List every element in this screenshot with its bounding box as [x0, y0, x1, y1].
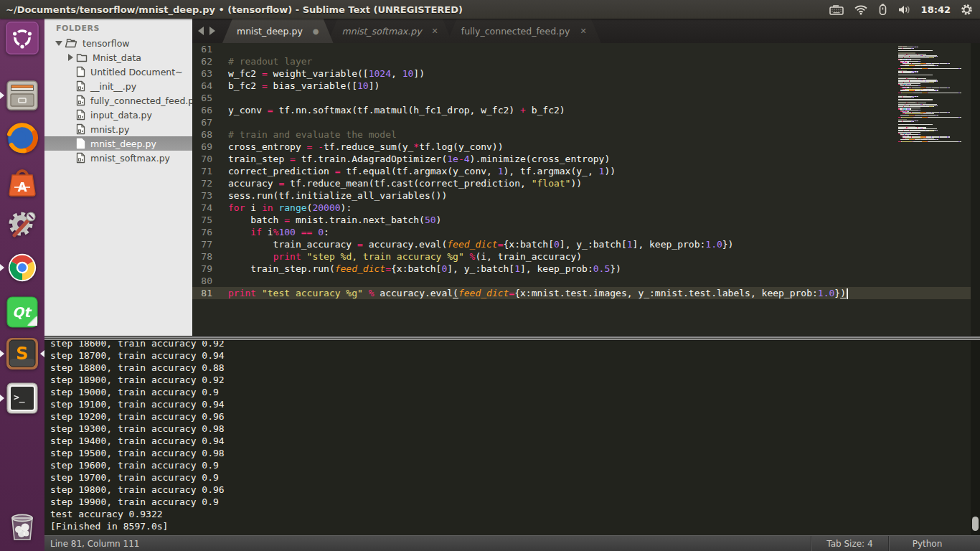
tab-next-icon[interactable]	[209, 27, 215, 35]
dash-home-icon[interactable]	[6, 22, 39, 55]
chromium-icon[interactable]	[6, 251, 39, 284]
volume-icon[interactable]	[897, 4, 911, 15]
software-center-icon[interactable]: A	[6, 165, 39, 198]
tab-close-icon[interactable]: ✕	[580, 27, 586, 36]
tree-item-mnist-data[interactable]: Mnist_data	[44, 50, 192, 65]
editor-vertical-scrollbar[interactable]	[971, 43, 980, 336]
line-number: 70	[192, 153, 220, 165]
tree-item-mnist-py[interactable]: mnist.py	[44, 122, 192, 136]
tree-item-untitled-document-[interactable]: Untitled Document~	[44, 65, 192, 79]
output-line: step 19500, train accuracy 0.98	[50, 447, 980, 459]
tab-label: mnist_softmax.py	[342, 26, 422, 37]
code-line-77[interactable]: 77 train_accuracy = accuracy.eval(feed_d…	[192, 238, 980, 250]
code-line-62[interactable]: 62# readout layer	[192, 55, 980, 67]
code-line-75[interactable]: 75 batch = mnist.train.next_batch(50)	[192, 214, 980, 226]
tree-item-tensorflow[interactable]: tensorflow	[44, 36, 192, 50]
build-output-text: step 18600, train accuracy 0.92step 1870…	[44, 341, 980, 532]
tab-label: mnist_deep.py	[237, 26, 303, 37]
code-line-80[interactable]: 80	[192, 275, 980, 287]
tab-mnist-deep-py[interactable]: mnist_deep.py●	[222, 19, 334, 43]
clock[interactable]: 18:42	[921, 4, 951, 15]
output-line: step 19000, train accuracy 0.9	[50, 386, 980, 398]
line-number: 74	[192, 202, 220, 214]
output-line: [Finished in 8597.0s]	[50, 520, 980, 532]
code-line-63[interactable]: 63w_fc2 = weight_variable([1024, 10])	[192, 67, 980, 80]
file-py-icon	[76, 95, 85, 106]
tree-item-fully-connected-feed-py[interactable]: fully_connected_feed.py	[44, 93, 192, 108]
line-number: 64	[192, 80, 220, 92]
line-number: 76	[192, 226, 220, 238]
terminal-icon[interactable]: >_	[6, 382, 39, 415]
tab-prev-icon[interactable]	[198, 27, 204, 35]
tab-size-selector[interactable]: Tab Size: 4	[811, 536, 888, 551]
gear-icon[interactable]	[961, 4, 973, 16]
panel-divider[interactable]	[44, 336, 980, 341]
line-number: 62	[192, 55, 220, 67]
battery-icon[interactable]	[878, 4, 887, 15]
keyboard-icon[interactable]	[829, 4, 844, 15]
folder-tree: tensorflowMnist_dataUntitled Document~__…	[44, 36, 192, 165]
code-text: batch = mnist.train.next_batch(50)	[220, 214, 441, 226]
output-scrollbar-track[interactable]	[971, 341, 980, 535]
code-text: correct_prediction = tf.equal(tf.argmax(…	[220, 165, 616, 177]
syntax-selector[interactable]: Python	[888, 536, 966, 551]
code-line-66[interactable]: 66y_conv = tf.nn.softmax(tf.matmul(h_fc1…	[192, 104, 980, 116]
code-line-78[interactable]: 78 print "step %d, train accuracy %g" %(…	[192, 250, 980, 263]
tree-item-mnist-deep-py[interactable]: mnist_deep.py	[44, 136, 192, 151]
code-line-73[interactable]: 73sess.run(tf.initialize_all_variables()…	[192, 189, 980, 202]
code-text	[220, 43, 228, 55]
code-line-70[interactable]: 70train_step = tf.train.AdagradOptimizer…	[192, 153, 980, 165]
code-editor[interactable]: 6162# readout layer63w_fc2 = weight_vari…	[192, 43, 980, 336]
code-line-74[interactable]: 74for i in range(20000):	[192, 202, 980, 214]
svg-text:Qt: Qt	[12, 304, 32, 320]
file-py-icon	[76, 138, 85, 149]
line-number: 61	[192, 43, 220, 55]
code-line-69[interactable]: 69cross_entropy = -tf.reduce_sum(y_*tf.l…	[192, 141, 980, 153]
code-text	[220, 275, 228, 287]
output-scrollbar-thumb[interactable]	[972, 517, 979, 531]
tab-dirty-icon: ●	[313, 27, 319, 35]
tab-close-icon[interactable]: ✕	[432, 27, 438, 36]
chromium-running-arrow	[0, 264, 4, 271]
tree-item--init-py[interactable]: __init__.py	[44, 79, 192, 93]
system-settings-icon[interactable]	[6, 208, 39, 241]
file-py-icon	[76, 123, 85, 135]
tree-item-label: mnist.py	[90, 124, 129, 135]
code-line-72[interactable]: 72accuracy = tf.reduce_mean(tf.cast(corr…	[192, 177, 980, 189]
tree-item-label: input_data.py	[90, 110, 152, 121]
tree-item-label: tensorflow	[83, 38, 130, 49]
folder-icon	[76, 53, 88, 62]
code-text: train_step = tf.train.AdagradOptimizer(1…	[220, 153, 610, 165]
build-output-panel: step 18600, train accuracy 0.92step 1870…	[44, 341, 980, 535]
trash-icon[interactable]	[6, 509, 39, 542]
tab-fully-connected-feed-py[interactable]: fully_connected_feed.py✕	[447, 19, 601, 43]
tree-item-mnist-softmax-py[interactable]: mnist_softmax.py	[44, 151, 192, 165]
tab-mnist-softmax-py[interactable]: mnist_softmax.py✕	[328, 19, 453, 43]
code-text: sess.run(tf.initialize_all_variables())	[220, 189, 447, 202]
code-line-65[interactable]: 65	[192, 92, 980, 104]
output-line: step 19200, train accuracy 0.96	[50, 410, 980, 423]
minimap[interactable]	[898, 44, 970, 152]
desktop: ~/Documents/tensorflow/mnist_deep.py • (…	[0, 0, 980, 551]
tree-item-input-data-py[interactable]: input_data.py	[44, 108, 192, 122]
output-line: step 18700, train accuracy 0.94	[50, 349, 980, 362]
wifi-icon[interactable]	[854, 4, 868, 15]
tree-item-label: Untitled Document~	[90, 67, 183, 77]
line-number: 67	[192, 116, 220, 128]
code-line-76[interactable]: 76 if i%100 == 0:	[192, 226, 980, 238]
code-line-68[interactable]: 68# train and evaluate the model	[192, 128, 980, 141]
qt-creator-icon[interactable]: Qt	[6, 296, 39, 329]
code-text: cross_entropy = -tf.reduce_sum(y_*tf.log…	[220, 141, 504, 153]
firefox-icon[interactable]	[6, 122, 39, 155]
code-line-81[interactable]: 81print "test accuracy %g" % accuracy.ev…	[192, 287, 980, 299]
code-line-61[interactable]: 61	[192, 43, 980, 55]
code-line-67[interactable]: 67	[192, 116, 980, 128]
code-line-64[interactable]: 64b_fc2 = bias_variable([10])	[192, 80, 980, 92]
svg-text:>_: >_	[14, 392, 25, 403]
output-line: step 18600, train accuracy 0.92	[50, 341, 980, 349]
code-line-79[interactable]: 79 train_step.run(feed_dict={x:batch[0],…	[192, 263, 980, 275]
files-icon[interactable]	[6, 79, 39, 112]
output-line: step 19600, train accuracy 0.9	[50, 459, 980, 471]
code-line-71[interactable]: 71correct_prediction = tf.equal(tf.argma…	[192, 165, 980, 177]
sublime-text-icon[interactable]: S	[6, 337, 39, 370]
